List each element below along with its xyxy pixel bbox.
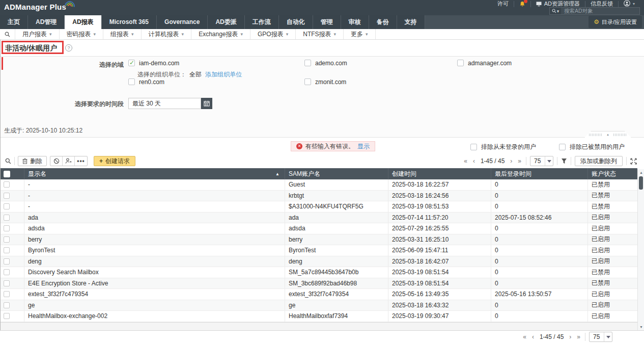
table-search-button[interactable] <box>5 158 11 164</box>
table-row[interactable]: E4E Encryption Store - ActiveSM_3bc689f9… <box>0 278 637 289</box>
subnav-item-5[interactable]: Exchange报表 <box>191 29 250 39</box>
filter-button[interactable] <box>561 158 567 164</box>
subnav-item-7[interactable]: NTFS报表 <box>296 29 344 39</box>
subnav-item-2[interactable]: 密码报表 <box>60 29 104 39</box>
license-link[interactable]: 许可 <box>492 1 514 7</box>
row-checkbox[interactable] <box>4 181 10 188</box>
table-row[interactable]: -$A31000-N4KFU4TQRF5G2025-03-19 08:51:53… <box>0 201 637 213</box>
account-menu[interactable]: ▾ <box>618 1 640 7</box>
select-all-checkbox[interactable] <box>4 171 10 177</box>
domain-checkbox[interactable] <box>304 78 311 85</box>
subnav-item-6[interactable]: GPO报表 <box>250 29 296 39</box>
add-remove-columns-button[interactable]: 添加或删除列 <box>575 156 623 166</box>
row-checkbox[interactable] <box>4 225 10 231</box>
subnav-item-8[interactable]: 更多 <box>344 29 376 39</box>
tab-2[interactable]: AD管理 <box>28 15 65 29</box>
user-action-button[interactable] <box>63 156 75 166</box>
tab-4[interactable]: Microsoft 365 <box>102 15 157 29</box>
global-search-input[interactable]: 搜索AD对象 <box>561 8 639 14</box>
table-row[interactable]: Discovery Search MailboxSM_5a7c89445b364… <box>0 267 637 278</box>
resource-explorer-link[interactable]: AD资源管理器 <box>530 1 585 7</box>
column-header-sam-account[interactable]: SAM账户名 <box>285 168 388 179</box>
create-request-button[interactable]: +创建请求 <box>94 156 135 166</box>
period-input[interactable]: 最近 30 天 <box>128 98 201 109</box>
page-size-select[interactable]: 75 <box>589 332 612 342</box>
notifications-button[interactable] <box>514 1 530 7</box>
scrollbar-thumb[interactable] <box>639 176 643 190</box>
next-page-button[interactable]: › <box>568 333 572 340</box>
directory-settings-button[interactable]: ⚙ 目录/应用设置 <box>589 16 642 28</box>
prev-page-button[interactable]: ‹ <box>472 157 476 165</box>
domain-checkbox[interactable] <box>304 60 311 66</box>
first-page-button[interactable]: « <box>463 157 468 165</box>
first-page-button[interactable]: « <box>522 333 527 340</box>
tab-8[interactable]: 自动化 <box>279 15 313 29</box>
report-search-button[interactable] <box>0 29 15 39</box>
row-checkbox[interactable] <box>4 215 10 221</box>
next-page-button[interactable]: › <box>509 157 513 165</box>
tab-6[interactable]: AD委派 <box>208 15 244 29</box>
domain-checkbox[interactable] <box>128 60 135 66</box>
table-row[interactable]: -krbtgt2025-03-18 16:24:560已禁用 <box>0 191 637 202</box>
column-header-account-status[interactable]: 账户状态 <box>588 168 637 179</box>
subnav-item-3[interactable]: 组报表 <box>103 29 142 39</box>
table-row[interactable]: gege2025-03-18 16:43:320已启用 <box>0 300 637 311</box>
global-search[interactable]: ▾ 搜索AD对象 <box>549 7 640 15</box>
domain-checkbox[interactable] <box>457 60 464 66</box>
last-page-button[interactable]: » <box>576 333 581 340</box>
row-checkbox[interactable] <box>4 291 10 297</box>
prev-page-button[interactable]: ‹ <box>531 333 535 340</box>
column-header-display-name[interactable]: 显示名▲ <box>24 168 285 179</box>
row-checkbox[interactable] <box>4 258 10 265</box>
scroll-up-icon[interactable]: ▲ <box>638 171 644 174</box>
table-row[interactable]: berryberry2025-03-31 16:25:100已启用 <box>0 234 637 246</box>
help-icon[interactable]: ? <box>65 44 72 51</box>
row-checkbox[interactable] <box>4 193 10 199</box>
subnav-item-4[interactable]: 计算机报表 <box>142 29 192 39</box>
table-row[interactable]: ByronTestByronTest2025-06-09 15:47:110已启… <box>0 245 637 256</box>
more-table-actions-button[interactable]: ••• <box>75 156 87 166</box>
row-checkbox[interactable] <box>4 280 10 286</box>
row-checkbox[interactable] <box>4 203 10 209</box>
tab-10[interactable]: 审核 <box>341 15 369 29</box>
tab-9[interactable]: 管理 <box>313 15 341 29</box>
sort-asc-icon[interactable]: ▲ <box>275 172 279 176</box>
add-ou-link[interactable]: 添加组织单位 <box>205 71 242 78</box>
row-checkbox[interactable] <box>4 313 10 319</box>
table-row[interactable]: dengdeng2025-03-18 16:42:070已启用 <box>0 256 637 268</box>
exclude-disabled-checkbox[interactable]: 排除已被禁用的用户 <box>559 143 625 151</box>
scroll-down-icon[interactable]: ▼ <box>638 325 644 329</box>
collapse-panel-handle[interactable]: ▲ <box>584 131 631 138</box>
search-scope-icon[interactable]: ▾ <box>550 8 561 14</box>
row-checkbox[interactable] <box>4 302 10 308</box>
feedback-link[interactable]: 信息反馈 <box>585 1 618 7</box>
domain-checkbox[interactable] <box>128 78 135 85</box>
subnav-item-1[interactable]: 用户报表 <box>15 29 60 39</box>
row-checkbox[interactable] <box>4 247 10 253</box>
checkbox[interactable] <box>470 144 477 150</box>
calendar-button[interactable] <box>201 98 212 109</box>
row-checkbox[interactable] <box>4 236 10 243</box>
table-scrollbar[interactable]: ▲ ▼ <box>637 169 644 330</box>
delete-button[interactable]: 删除 <box>18 156 47 166</box>
disable-account-button[interactable] <box>50 156 63 166</box>
table-row[interactable]: extest_3f32f7c479354extest_3f32f7c479354… <box>0 289 637 300</box>
table-row[interactable]: adaada2025-07-14 11:57:202025-07-15 08:5… <box>0 213 637 224</box>
page-size-select[interactable]: 75 <box>530 156 553 166</box>
tab-12[interactable]: 支持 <box>397 15 425 29</box>
last-page-button[interactable]: » <box>517 157 522 165</box>
column-header-created-time[interactable]: 创建时间 <box>388 168 491 179</box>
table-row[interactable]: adsdaadsda2025-07-29 16:25:550已启用 <box>0 223 637 234</box>
tab-1[interactable]: 主页 <box>0 15 28 29</box>
column-header-last-logon-time[interactable]: 最后登录时间 <box>491 168 588 179</box>
row-checkbox[interactable] <box>4 269 10 275</box>
show-error-link[interactable]: 显示 <box>357 142 370 151</box>
tab-5[interactable]: Governance <box>157 15 208 29</box>
expand-table-button[interactable] <box>630 158 637 165</box>
tab-3[interactable]: AD报表 <box>65 15 101 29</box>
table-row[interactable]: HealthMailbox-exchange-002HealthMailboxf… <box>0 311 637 322</box>
exclude-never-logged-checkbox[interactable]: 排除从未登录的用户 <box>470 143 536 151</box>
checkbox[interactable] <box>559 144 566 150</box>
table-row[interactable]: -Guest2025-03-18 16:22:570已禁用 <box>0 179 637 191</box>
tab-11[interactable]: 备份 <box>369 15 397 29</box>
